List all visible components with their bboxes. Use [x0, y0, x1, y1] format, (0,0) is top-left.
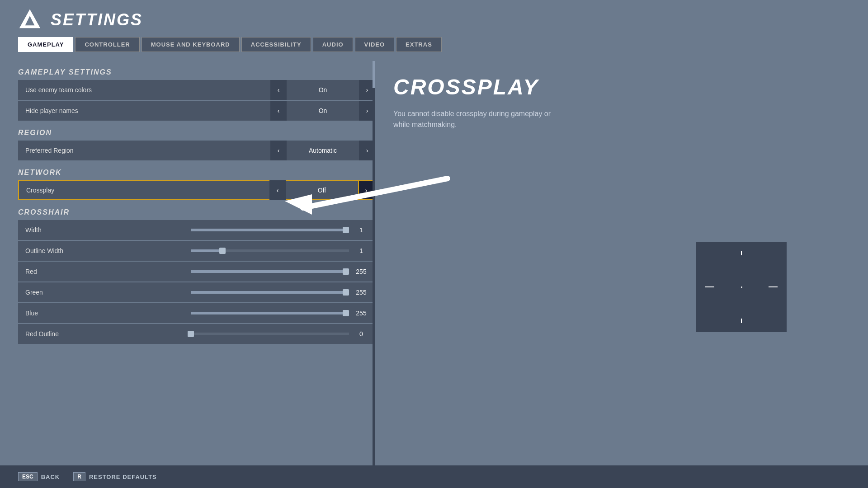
ch-bottom-line — [741, 319, 742, 323]
blue-thumb — [343, 310, 349, 316]
tab-extras[interactable]: EXTRAS — [396, 37, 442, 52]
outline-width-row: Outline Width 1 — [18, 241, 375, 261]
blue-value: 255 — [353, 310, 375, 317]
tab-controller[interactable]: CONTROLLER — [75, 37, 139, 52]
r-key-badge: R — [73, 472, 85, 481]
outline-width-value: 1 — [353, 247, 375, 254]
width-label: Width — [18, 226, 191, 234]
hide-names-row: Hide player names ‹ On › — [18, 101, 375, 121]
blue-track[interactable] — [191, 312, 349, 314]
green-track[interactable] — [191, 291, 349, 294]
enemy-colors-prev[interactable]: ‹ — [270, 80, 287, 100]
preferred-region-prev[interactable]: ‹ — [270, 141, 287, 160]
green-value: 255 — [353, 289, 375, 296]
red-value: 255 — [353, 268, 375, 275]
scrollbar[interactable] — [373, 61, 375, 477]
tab-mouse-keyboard[interactable]: MOUSE AND KEYBOARD — [142, 37, 240, 52]
crossplay-row: Crossplay ‹ Off › — [18, 180, 375, 200]
enemy-colors-label: Use enemy team colors — [18, 86, 270, 94]
outline-width-label: Outline Width — [18, 247, 191, 254]
ch-right-line — [769, 286, 778, 287]
red-outline-track[interactable] — [191, 333, 349, 335]
red-track[interactable] — [191, 270, 349, 273]
tab-accessibility[interactable]: ACCESSIBILITY — [241, 37, 311, 52]
crossplay-panel-title: CROSSPLAY — [393, 75, 850, 99]
red-row: Red 255 — [18, 262, 375, 282]
tab-video[interactable]: VIDEO — [355, 37, 394, 52]
right-panel: CROSSPLAY You cannot disable crossplay d… — [393, 61, 850, 477]
preferred-region-label: Preferred Region — [18, 147, 270, 154]
hide-names-value: On — [287, 107, 359, 114]
settings-panel: GAMEPLAY SETTINGS Use enemy team colors … — [18, 61, 375, 477]
blue-fill — [191, 312, 349, 314]
red-outline-thumb — [188, 331, 194, 337]
outline-width-track[interactable] — [191, 249, 349, 252]
gameplay-section-title: GAMEPLAY SETTINGS — [18, 68, 375, 76]
green-row: Green 255 — [18, 282, 375, 302]
width-track[interactable] — [191, 229, 349, 231]
ch-top-line — [741, 251, 742, 255]
tab-audio[interactable]: AUDIO — [313, 37, 353, 52]
bottom-bar: ESC BACK R RESTORE DEFAULTS — [0, 465, 868, 488]
enemy-colors-row: Use enemy team colors ‹ On › — [18, 80, 375, 100]
enemy-colors-value: On — [287, 86, 359, 94]
width-row: Width 1 — [18, 220, 375, 240]
crossplay-value: Off — [286, 187, 358, 194]
back-label: BACK — [41, 474, 60, 480]
tab-gameplay[interactable]: GAMEPLAY — [18, 37, 73, 52]
red-outline-value: 0 — [353, 330, 375, 338]
header: SETTINGS — [0, 0, 868, 37]
tab-bar: GAMEPLAY CONTROLLER MOUSE AND KEYBOARD A… — [0, 37, 868, 52]
hide-names-control: ‹ On › — [270, 101, 375, 121]
crossplay-prev[interactable]: ‹ — [269, 180, 286, 200]
blue-label: Blue — [18, 310, 191, 317]
red-fill — [191, 270, 349, 273]
crosshair-preview — [696, 242, 787, 332]
blue-row: Blue 255 — [18, 303, 375, 323]
scrollbar-thumb[interactable] — [373, 61, 375, 88]
red-label: Red — [18, 268, 191, 275]
green-label: Green — [18, 289, 191, 296]
main-layout: GAMEPLAY SETTINGS Use enemy team colors … — [0, 61, 868, 477]
restore-shortcut[interactable]: R RESTORE DEFAULTS — [73, 472, 157, 481]
red-thumb — [343, 268, 349, 275]
hide-names-label: Hide player names — [18, 107, 270, 114]
width-thumb — [343, 227, 349, 233]
width-value: 1 — [353, 226, 375, 234]
crossplay-next[interactable]: › — [358, 180, 374, 200]
green-thumb — [343, 289, 349, 296]
crossplay-panel-desc: You cannot disable crossplay during game… — [393, 108, 565, 130]
green-fill — [191, 291, 349, 294]
network-section-title: NETWORK — [18, 169, 375, 177]
preferred-region-row: Preferred Region ‹ Automatic › — [18, 141, 375, 160]
enemy-colors-control: ‹ On › — [270, 80, 375, 100]
crosshair-section-title: CROSSHAIR — [18, 208, 375, 216]
ch-left-line — [705, 286, 714, 287]
hide-names-prev[interactable]: ‹ — [270, 101, 287, 121]
crossplay-label: Crossplay — [19, 187, 269, 194]
back-shortcut: ESC BACK — [18, 472, 60, 481]
logo-icon — [18, 8, 42, 32]
ch-center-dot — [741, 286, 742, 288]
preferred-region-control: ‹ Automatic › — [270, 141, 375, 160]
red-outline-row: Red Outline 0 — [18, 324, 375, 344]
page-title: SETTINGS — [51, 10, 143, 29]
outline-width-fill — [191, 249, 222, 252]
outline-width-thumb — [219, 248, 226, 254]
crossplay-control: ‹ Off › — [269, 180, 374, 200]
width-fill — [191, 229, 349, 231]
red-outline-label: Red Outline — [18, 330, 191, 338]
restore-label: RESTORE DEFAULTS — [89, 474, 157, 480]
preferred-region-value: Automatic — [287, 147, 359, 154]
crosshair-display — [696, 242, 787, 332]
esc-key-badge: ESC — [18, 472, 38, 481]
region-section-title: REGION — [18, 129, 375, 137]
